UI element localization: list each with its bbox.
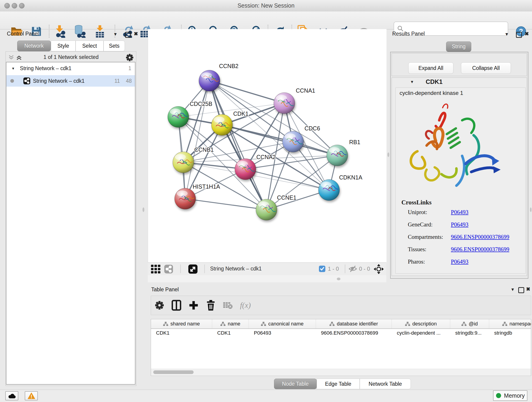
network-row-selected[interactable]: String Network – cdk1 11 48 — [6, 75, 135, 87]
graph-node-rb1[interactable] — [327, 145, 348, 166]
results-panel-float-icon[interactable] — [516, 32, 522, 38]
right-splitter-handle[interactable] — [387, 153, 389, 157]
table-panel-close-icon[interactable]: ✖ — [526, 286, 530, 292]
delete-column-trash-icon[interactable] — [204, 298, 218, 313]
expand-all-button[interactable]: Expand All — [408, 62, 453, 74]
tab-select[interactable]: Select — [76, 41, 104, 51]
import-network-database-icon[interactable] — [74, 25, 86, 38]
column-header-canonical-name[interactable]: canonical name — [249, 319, 316, 328]
memory-button[interactable]: Memory — [493, 390, 527, 401]
crosslink-value-link[interactable]: 9606.ENSP00000378699 — [451, 246, 509, 253]
scrollbar-thumb[interactable] — [153, 370, 194, 374]
graph-edge-CCNB2-CCNA1[interactable] — [209, 81, 284, 103]
edge-splitter-handle[interactable] — [530, 207, 532, 212]
graph-node-cdc25b[interactable] — [168, 106, 189, 128]
column-header-name[interactable]: name — [212, 319, 249, 328]
collapse-all-button[interactable]: Collapse All — [461, 62, 511, 74]
column-header-namespace[interactable]: namespace — [489, 319, 531, 328]
column-header-shared-name[interactable]: shared name — [151, 319, 212, 328]
graph-node-cdc6[interactable] — [283, 131, 304, 152]
table-cell[interactable]: stringdb:9... — [450, 328, 489, 338]
tab-network-table[interactable]: Network Table — [360, 379, 411, 389]
birdseye-navigator-icon[interactable] — [374, 264, 384, 274]
tab-string[interactable]: String — [446, 41, 471, 52]
crosslink-value-link[interactable]: P06493 — [451, 221, 468, 228]
open-in-window-icon[interactable] — [188, 264, 197, 274]
graph-node-hist1h1a[interactable] — [175, 188, 196, 209]
show-columns-icon[interactable] — [169, 298, 184, 313]
table-panel-float-icon[interactable] — [518, 287, 524, 293]
title-bar: Session: New Session — [0, 0, 532, 12]
results-panel-collapse-icon[interactable]: ▾ — [505, 31, 508, 37]
graph-edge-HIST1H1A-CCNE1[interactable] — [185, 199, 266, 210]
graph-edge-CCNB2-CCNE1[interactable] — [209, 81, 266, 210]
graph-node-ccnb2[interactable] — [199, 70, 220, 91]
selected-checkbox-icon[interactable] — [319, 266, 325, 272]
crosslink-value-link[interactable]: P06493 — [451, 209, 468, 216]
table-cell[interactable]: CDK1 — [212, 328, 249, 338]
splitter-handle[interactable] — [337, 278, 341, 280]
left-splitter-handle[interactable] — [143, 207, 144, 212]
crosslink-label: Pharos: — [408, 259, 451, 265]
graph-edge-CCNA2-CDKN1A[interactable] — [245, 169, 329, 190]
function-builder-icon: f(x) — [238, 298, 253, 313]
tab-node-table[interactable]: Node Table — [274, 379, 317, 389]
graph-node-ccna1[interactable] — [274, 93, 295, 114]
table-settings-gear-icon[interactable] — [152, 298, 167, 313]
memory-status-icon — [496, 393, 501, 398]
graph-node-cdkn1a[interactable] — [318, 179, 340, 201]
table-horizontal-scrollbar[interactable] — [151, 369, 531, 375]
app-window: Session: New Session — [0, 0, 532, 402]
column-header-description[interactable]: description — [392, 319, 450, 328]
node-label-cdc25b: CDC25B — [190, 101, 212, 107]
hidden-count: 0 - 0 — [359, 266, 370, 272]
tab-edge-table[interactable]: Edge Table — [317, 379, 360, 389]
table-cell[interactable]: P06493 — [249, 328, 316, 338]
share-view-icon[interactable] — [164, 265, 173, 274]
table-cell[interactable]: 9606.ENSP00000378699 — [316, 328, 392, 338]
control-panel-close-icon[interactable]: ✖ — [134, 31, 138, 37]
create-column-icon[interactable] — [186, 298, 201, 313]
warnings-button[interactable] — [25, 391, 38, 400]
tab-network[interactable]: Network — [17, 41, 51, 51]
network-options-gear-icon[interactable] — [126, 54, 133, 61]
grid-view-icon[interactable] — [151, 264, 161, 274]
tab-sets[interactable]: Sets — [104, 41, 125, 51]
network-canvas[interactable]: CCNB2CCNA1CDC25BCDK1CDC6RB1CCNB1CCNA2CDK… — [148, 29, 386, 262]
table-panel-collapse-icon[interactable]: ▾ — [511, 287, 514, 293]
column-header--id[interactable]: @id — [450, 319, 489, 328]
graph-node-ccna2[interactable] — [235, 159, 256, 180]
collection-expand-icon[interactable]: ▼ — [12, 66, 15, 70]
control-panel-float-icon[interactable] — [125, 32, 131, 38]
results-panel-title: Results Panel — [392, 31, 425, 37]
crosslink-row: Tissues:9606.ENSP00000378699 — [408, 246, 509, 253]
control-panel-collapse-icon[interactable]: ▾ — [114, 31, 117, 37]
table-cell[interactable]: CDK1 — [151, 328, 212, 338]
crosslink-label: Uniprot: — [408, 209, 451, 216]
column-header-database-identifier[interactable]: database identifier — [316, 319, 392, 328]
statusbar-separator — [345, 264, 345, 273]
table-cell[interactable]: stringdb — [489, 328, 531, 338]
graph-node-ccne1[interactable] — [256, 199, 277, 220]
expand-all-networks-icon[interactable] — [16, 55, 22, 61]
crosslink-value-link[interactable]: P06493 — [451, 259, 468, 265]
protein-description: cyclin-dependent kinase 1 — [399, 90, 463, 96]
import-table-icon[interactable] — [94, 25, 106, 38]
import-network-file-icon[interactable] — [54, 25, 66, 38]
collapse-all-networks-icon[interactable] — [8, 55, 14, 61]
graph-node-cdk1[interactable] — [211, 114, 233, 135]
horizontal-splitter[interactable] — [148, 275, 386, 282]
results-panel-close-icon[interactable]: ✖ — [525, 31, 529, 37]
network-node-count: 11 — [114, 78, 120, 84]
protein-collapse-icon[interactable]: ▼ — [410, 80, 414, 84]
cloud-button[interactable] — [5, 391, 18, 400]
network-graph: CCNB2CCNA1CDC25BCDK1CDC6RB1CCNB1CCNA2CDK… — [148, 29, 386, 262]
network-collection-row[interactable]: ▼ String Network – cdk1 1 — [6, 62, 135, 74]
graph-node-ccnb1[interactable] — [173, 152, 194, 173]
node-label-cdkn1a: CDKN1A — [339, 174, 362, 181]
hidden-eye-icon[interactable] — [348, 265, 357, 273]
tab-style[interactable]: Style — [51, 41, 76, 51]
status-strip: Memory — [0, 390, 532, 402]
table-cell[interactable]: cyclin-dependent ... — [392, 328, 450, 338]
crosslink-value-link[interactable]: 9606.ENSP00000378699 — [451, 234, 509, 240]
